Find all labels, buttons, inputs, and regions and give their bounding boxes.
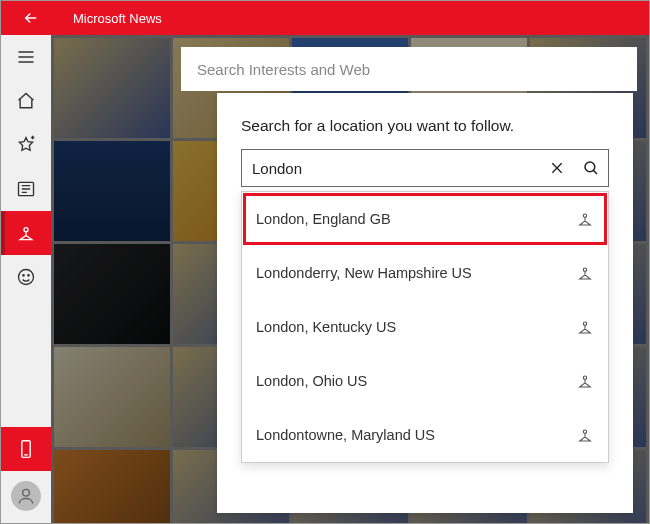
- phone-icon: [16, 439, 36, 459]
- news-icon: [16, 179, 36, 199]
- sidebar-item-local[interactable]: [1, 211, 51, 255]
- suggestion-label: London, Ohio US: [256, 373, 367, 389]
- svg-point-11: [583, 376, 586, 379]
- home-icon: [16, 91, 36, 111]
- suggestion-item[interactable]: Londontowne, Maryland US: [242, 408, 608, 462]
- app-title: Microsoft News: [73, 11, 162, 26]
- location-pin-icon: [576, 318, 594, 336]
- sidebar-item-reactions[interactable]: [1, 255, 51, 299]
- global-search-bar[interactable]: [181, 47, 637, 91]
- svg-point-6: [23, 489, 30, 496]
- sidebar: [1, 35, 51, 523]
- svg-point-12: [583, 430, 586, 433]
- suggestion-item[interactable]: London, England GB: [242, 192, 608, 246]
- location-search-box: [241, 149, 609, 187]
- location-pin-icon: [576, 264, 594, 282]
- svg-point-4: [28, 275, 29, 276]
- suggestion-item[interactable]: Londonderry, New Hampshire US: [242, 246, 608, 300]
- search-icon: [582, 159, 600, 177]
- search-button[interactable]: [574, 150, 608, 186]
- person-icon: [16, 486, 36, 506]
- svg-point-9: [583, 268, 586, 271]
- star-plus-icon: [16, 135, 36, 155]
- svg-point-3: [23, 275, 24, 276]
- svg-point-2: [19, 270, 34, 285]
- titlebar: Microsoft News: [1, 1, 649, 35]
- sidebar-item-home[interactable]: [1, 79, 51, 123]
- suggestion-label: Londontowne, Maryland US: [256, 427, 435, 443]
- suggestion-label: London, Kentucky US: [256, 319, 396, 335]
- account-avatar[interactable]: [11, 481, 41, 511]
- panel-heading: Search for a location you want to follow…: [241, 117, 609, 135]
- svg-point-10: [583, 322, 586, 325]
- location-pin-icon: [576, 372, 594, 390]
- suggestion-label: Londonderry, New Hampshire US: [256, 265, 472, 281]
- svg-point-8: [583, 214, 586, 217]
- hamburger-icon: [16, 47, 36, 67]
- sidebar-item-device[interactable]: [1, 427, 51, 471]
- location-search-input[interactable]: [242, 160, 540, 177]
- map-pin-icon: [16, 223, 36, 243]
- suggestion-item[interactable]: London, Ohio US: [242, 354, 608, 408]
- location-suggestions: London, England GB Londonderry, New Hamp…: [241, 191, 609, 463]
- smiley-icon: [16, 267, 36, 287]
- suggestion-item[interactable]: London, Kentucky US: [242, 300, 608, 354]
- sidebar-item-news[interactable]: [1, 167, 51, 211]
- sidebar-item-interests[interactable]: [1, 123, 51, 167]
- close-icon: [549, 160, 565, 176]
- svg-point-7: [585, 162, 595, 172]
- back-arrow-icon: [22, 9, 40, 27]
- clear-button[interactable]: [540, 150, 574, 186]
- location-follow-panel: Search for a location you want to follow…: [217, 93, 633, 513]
- svg-point-1: [24, 228, 28, 232]
- back-button[interactable]: [15, 2, 47, 34]
- suggestion-label: London, England GB: [256, 211, 391, 227]
- global-search-input[interactable]: [197, 61, 621, 78]
- location-pin-icon: [576, 210, 594, 228]
- content-area: Search for a location you want to follow…: [51, 35, 649, 523]
- sidebar-item-menu[interactable]: [1, 35, 51, 79]
- location-pin-icon: [576, 426, 594, 444]
